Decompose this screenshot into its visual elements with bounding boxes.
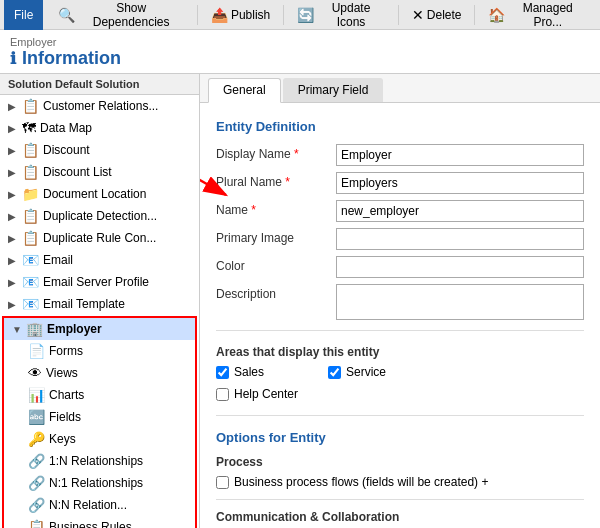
nn-relationships-icon: 🔗 bbox=[28, 497, 45, 513]
expand-icon: ▶ bbox=[8, 299, 18, 310]
primary-image-row: Primary Image bbox=[216, 228, 584, 250]
communication-title: Communication & Collaboration bbox=[216, 510, 584, 524]
sidebar-item-business-rules[interactable]: 📋 Business Rules bbox=[4, 516, 195, 528]
help-center-checkbox[interactable] bbox=[216, 388, 229, 401]
employer-icon: 🏢 bbox=[26, 321, 43, 337]
color-input[interactable] bbox=[336, 256, 584, 278]
email-template-icon: 📧 bbox=[22, 296, 39, 312]
sidebar-item-duplicate-rule[interactable]: ▶ 📋 Duplicate Rule Con... bbox=[0, 227, 199, 249]
content-area: Solution Default Solution ▶ 📋 Customer R… bbox=[0, 74, 600, 528]
forms-icon: 📄 bbox=[28, 343, 45, 359]
sidebar-item-fields[interactable]: 🔤 Fields bbox=[4, 406, 195, 428]
sidebar-item-email-server-profile[interactable]: ▶ 📧 Email Server Profile bbox=[0, 271, 199, 293]
options-title: Options for Entity bbox=[216, 430, 584, 445]
email-icon: 📧 bbox=[22, 252, 39, 268]
name-label: Name * bbox=[216, 200, 336, 217]
sidebar: Solution Default Solution ▶ 📋 Customer R… bbox=[0, 74, 200, 528]
form-content: Entity Definition Display Name * Plural … bbox=[200, 103, 600, 528]
sidebar-item-nn-relationships[interactable]: 🔗 N:N Relation... bbox=[4, 494, 195, 516]
update-icons-button[interactable]: 🔄 Update Icons bbox=[288, 3, 394, 27]
sidebar-item-email-template[interactable]: ▶ 📧 Email Template bbox=[0, 293, 199, 315]
description-input[interactable] bbox=[336, 284, 584, 320]
checkbox-group: Sales Help Center Service bbox=[216, 365, 584, 405]
sidebar-item-document-location[interactable]: ▶ 📁 Document Location bbox=[0, 183, 199, 205]
color-row: Color bbox=[216, 256, 584, 278]
sidebar-item-forms[interactable]: 📄 Forms bbox=[4, 340, 195, 362]
sidebar-item-1n-relationships[interactable]: 🔗 1:N Relationships bbox=[4, 450, 195, 472]
sidebar-item-label: Discount List bbox=[43, 165, 112, 179]
sidebar-item-label: Email bbox=[43, 253, 73, 267]
sidebar-item-label: Forms bbox=[49, 344, 83, 358]
business-process-checkbox[interactable] bbox=[216, 476, 229, 489]
sidebar-item-label: Data Map bbox=[40, 121, 92, 135]
show-dependencies-button[interactable]: 🔍 Show Dependencies bbox=[49, 3, 193, 27]
name-row: Name * bbox=[216, 200, 584, 222]
business-process-label: Business process flows (fields will be c… bbox=[234, 475, 488, 489]
separator-4 bbox=[474, 5, 475, 25]
delete-button[interactable]: ✕ Delete bbox=[403, 3, 471, 27]
right-panel: General Primary Field Enti bbox=[200, 74, 600, 528]
sidebar-item-data-map[interactable]: ▶ 🗺 Data Map bbox=[0, 117, 199, 139]
sidebar-item-employer[interactable]: ▼ 🏢 Employer bbox=[4, 318, 195, 340]
breadcrumb: Employer bbox=[10, 36, 590, 48]
sidebar-item-duplicate-detection[interactable]: ▶ 📋 Duplicate Detection... bbox=[0, 205, 199, 227]
expand-icon: ▶ bbox=[8, 123, 18, 134]
sidebar-item-label: Keys bbox=[49, 432, 76, 446]
areas-title: Areas that display this entity bbox=[216, 345, 584, 359]
publish-icon: 📤 bbox=[211, 7, 228, 23]
sidebar-item-keys[interactable]: 🔑 Keys bbox=[4, 428, 195, 450]
sidebar-item-views[interactable]: 👁 Views bbox=[4, 362, 195, 384]
delete-icon: ✕ bbox=[412, 7, 424, 23]
sales-checkbox[interactable] bbox=[216, 366, 229, 379]
display-name-input[interactable] bbox=[336, 144, 584, 166]
tabs-bar: General Primary Field bbox=[200, 74, 600, 103]
sidebar-item-charts[interactable]: 📊 Charts bbox=[4, 384, 195, 406]
file-button[interactable]: File bbox=[4, 0, 43, 30]
sales-label: Sales bbox=[234, 365, 264, 379]
plural-name-label: Plural Name * bbox=[216, 172, 336, 189]
expand-icon: ▼ bbox=[12, 324, 22, 335]
sidebar-item-label: Discount bbox=[43, 143, 90, 157]
sidebar-item-label: Employer bbox=[47, 322, 102, 336]
primary-image-input[interactable] bbox=[336, 228, 584, 250]
sidebar-item-email[interactable]: ▶ 📧 Email bbox=[0, 249, 199, 271]
duplicate-detection-icon: 📋 bbox=[22, 208, 39, 224]
main-container: Employer ℹ Information Solution Default … bbox=[0, 30, 600, 528]
sidebar-item-label: Customer Relations... bbox=[43, 99, 158, 113]
service-checkbox[interactable] bbox=[328, 366, 341, 379]
sidebar-item-label: Duplicate Detection... bbox=[43, 209, 157, 223]
sidebar-item-label: 1:N Relationships bbox=[49, 454, 143, 468]
duplicate-rule-icon: 📋 bbox=[22, 230, 39, 246]
separator-2 bbox=[283, 5, 284, 25]
sidebar-item-label: Email Template bbox=[43, 297, 125, 311]
divider-2 bbox=[216, 415, 584, 416]
charts-icon: 📊 bbox=[28, 387, 45, 403]
sidebar-item-discount-list[interactable]: ▶ 📋 Discount List bbox=[0, 161, 199, 183]
sidebar-item-customer-rel[interactable]: ▶ 📋 Customer Relations... bbox=[0, 95, 199, 117]
document-location-icon: 📁 bbox=[22, 186, 39, 202]
tab-general[interactable]: General bbox=[208, 78, 281, 103]
name-input[interactable] bbox=[336, 200, 584, 222]
sidebar-item-discount[interactable]: ▶ 📋 Discount bbox=[0, 139, 199, 161]
expand-icon: ▶ bbox=[8, 167, 18, 178]
tab-primary-field[interactable]: Primary Field bbox=[283, 78, 384, 102]
expand-icon: ▶ bbox=[8, 233, 18, 244]
employer-group: ▼ 🏢 Employer 📄 Forms 👁 Views 📊 Charts bbox=[2, 316, 197, 528]
information-icon: ℹ bbox=[10, 49, 16, 68]
plural-name-input[interactable] bbox=[336, 172, 584, 194]
options-section: Options for Entity Process Business proc… bbox=[216, 430, 584, 489]
process-title: Process bbox=[216, 455, 584, 469]
sidebar-item-label: Fields bbox=[49, 410, 81, 424]
update-icons-icon: 🔄 bbox=[297, 7, 314, 23]
views-icon: 👁 bbox=[28, 365, 42, 381]
business-rules-icon: 📋 bbox=[28, 519, 45, 528]
separator-1 bbox=[197, 5, 198, 25]
sidebar-item-label: Views bbox=[46, 366, 78, 380]
publish-button[interactable]: 📤 Publish bbox=[202, 3, 279, 27]
expand-icon: ▶ bbox=[8, 255, 18, 266]
sales-checkbox-row: Sales bbox=[216, 365, 298, 379]
sidebar-item-n1-relationships[interactable]: 🔗 N:1 Relationships bbox=[4, 472, 195, 494]
toolbar: File 🔍 Show Dependencies 📤 Publish 🔄 Upd… bbox=[0, 0, 600, 30]
sidebar-item-label: Charts bbox=[49, 388, 84, 402]
managed-properties-button[interactable]: 🏠 Managed Pro... bbox=[479, 3, 596, 27]
